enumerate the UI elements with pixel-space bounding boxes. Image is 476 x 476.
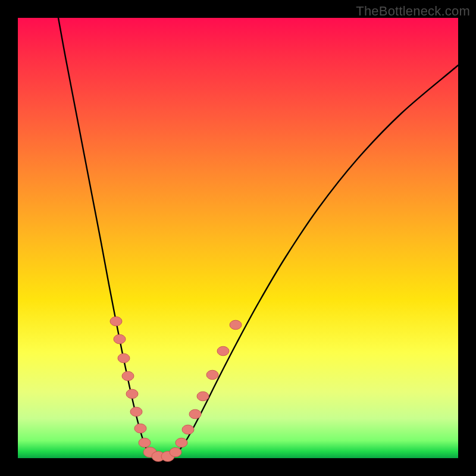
bead-marker xyxy=(134,424,146,433)
bead-marker xyxy=(176,438,187,447)
outer-frame: TheBottleneck.com xyxy=(0,0,476,476)
plot-area xyxy=(18,18,458,458)
bead-marker xyxy=(189,409,201,419)
bead-marker xyxy=(118,353,130,363)
bead-marker xyxy=(197,392,209,401)
bead-marker xyxy=(126,389,138,399)
bead-marker xyxy=(206,370,218,380)
bead-marker xyxy=(114,334,126,344)
bead-marker xyxy=(230,320,242,330)
bead-marker xyxy=(122,371,134,381)
bead-marker xyxy=(182,425,194,434)
bead-marker xyxy=(170,447,181,457)
bead-marker xyxy=(130,407,142,416)
bead-marker xyxy=(217,346,229,356)
chart-svg xyxy=(18,18,458,458)
watermark-text: TheBottleneck.com xyxy=(356,4,470,19)
bead-marker xyxy=(139,438,151,447)
bead-marker xyxy=(110,317,122,326)
bottleneck-curve xyxy=(58,18,458,458)
